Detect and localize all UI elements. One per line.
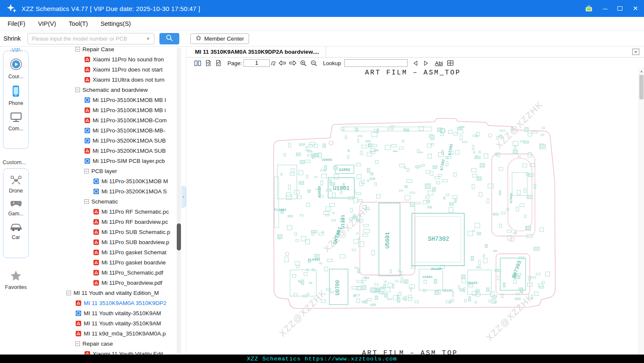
tree-item[interactable]: MI 11 3510K9AM0A 3510K9DP2 bbox=[32, 298, 183, 308]
lookup-input[interactable] bbox=[344, 59, 408, 67]
tree-item[interactable]: Mi 11Pro-SIM PCB layer.pcb bbox=[32, 156, 183, 166]
tree-item[interactable]: Xiaomi 11Pro does not start bbox=[32, 64, 183, 74]
rotate-left-icon[interactable] bbox=[204, 59, 212, 67]
tree-item[interactable]: −PCB layer bbox=[32, 166, 183, 176]
tree-item[interactable]: Mi 11Pro RF Schematic.pc bbox=[32, 206, 183, 217]
tree-item[interactable]: MI 11 Youth vitality-3510K9AM bbox=[32, 318, 183, 328]
tree-item[interactable]: −MI 11 Youth and vitality Edition_M bbox=[32, 288, 183, 298]
zoom-out-icon[interactable] bbox=[310, 59, 318, 67]
tree-item[interactable]: Mi 11Pro-35100K1MOB M bbox=[32, 176, 183, 186]
pdf-file-icon bbox=[84, 117, 90, 124]
tree-item[interactable]: Mi 11Pro_boardview.pdf bbox=[32, 278, 183, 288]
menu-item-file[interactable]: File(F) bbox=[8, 20, 25, 27]
tree-item[interactable]: Mi 11Pro-35100K1MOB MB I bbox=[32, 95, 183, 105]
tree-item[interactable]: Mi 11Pro SUB boardview.p bbox=[32, 237, 183, 247]
tree-item[interactable]: Mi 11Pro-35100K1MOB MB i bbox=[32, 105, 183, 115]
tree-item[interactable]: Mi 11Pro_Schematic.pdf bbox=[32, 267, 183, 278]
tree-item[interactable]: Mi 11Pro-35200K1MOA S bbox=[32, 186, 183, 196]
svg-text:U2003: U2003 bbox=[322, 158, 332, 162]
viewer-scrollbar[interactable]: ▲ bbox=[639, 69, 644, 355]
tree-item[interactable]: −Schematic and boardview bbox=[32, 85, 183, 95]
tree-item[interactable]: Mi 11Pro-35100K1MOB-Com bbox=[32, 115, 183, 125]
tree-item[interactable]: Mi 11Pro-35100K1MOB-MB- bbox=[32, 125, 183, 135]
rail-item-car[interactable]: Car bbox=[3, 223, 28, 240]
svg-text:FL1001: FL1001 bbox=[274, 208, 287, 212]
svg-text:U5503: U5503 bbox=[467, 281, 477, 285]
tree-item[interactable]: Xiaomi 11 Youth Vitality Edit bbox=[32, 349, 183, 355]
minimize-button[interactable]: ─ bbox=[603, 5, 608, 12]
viewer-scrollbar-thumb[interactable] bbox=[639, 75, 644, 99]
svg-text:U1301: U1301 bbox=[340, 214, 345, 228]
thumbnail-grid-icon[interactable] bbox=[446, 59, 455, 67]
scroll-up-icon[interactable]: ▲ bbox=[639, 69, 644, 73]
shrink-button[interactable]: Shrink bbox=[3, 35, 21, 42]
model-search-input[interactable] bbox=[32, 36, 144, 42]
document-tab[interactable]: MI 11 3510K9AM0A 3510K9DP2A boardview...… bbox=[186, 47, 326, 57]
tree-item[interactable]: Mi 11Pro-35200K1MOA SUB bbox=[32, 146, 183, 156]
tree-collapse-icon[interactable]: − bbox=[75, 341, 80, 346]
maximize-button[interactable] bbox=[617, 6, 622, 11]
panel-collapse-handle[interactable]: ‹ bbox=[181, 186, 186, 207]
tree-item[interactable]: Xiaomi 11Pro No sound fron bbox=[32, 54, 183, 64]
tree-item[interactable]: −Repair case bbox=[32, 338, 183, 349]
tree-scrollbar-thumb[interactable] bbox=[177, 223, 181, 250]
menu-item-settings[interactable]: Settings(S) bbox=[101, 20, 131, 27]
boardview-file-icon bbox=[84, 97, 90, 103]
tree-item[interactable]: Xiaomi 11Ultra does not turn bbox=[32, 74, 183, 85]
svg-text:SH7302: SH7302 bbox=[428, 236, 449, 242]
prev-result-icon[interactable] bbox=[411, 59, 419, 67]
tree-collapse-icon[interactable]: − bbox=[84, 169, 89, 173]
pdf-file-icon bbox=[75, 330, 82, 337]
pdf-file-icon bbox=[75, 300, 82, 306]
tree-item[interactable]: −Schematic bbox=[32, 196, 183, 206]
next-page-icon[interactable] bbox=[289, 59, 297, 67]
model-search-box[interactable]: ▼ bbox=[27, 33, 154, 44]
two-page-view-icon[interactable] bbox=[193, 59, 202, 67]
svg-text:U1001: U1001 bbox=[422, 275, 433, 279]
boardview-file-icon bbox=[84, 127, 90, 134]
menu-item-vip[interactable]: VIP(V) bbox=[38, 20, 56, 27]
close-button[interactable]: ✕ bbox=[633, 5, 638, 12]
search-button[interactable] bbox=[159, 33, 179, 44]
svg-text:U2002: U2002 bbox=[339, 168, 350, 172]
member-center-button[interactable]: Member Center bbox=[190, 33, 249, 44]
page-total: /2 bbox=[271, 60, 276, 66]
tree-item[interactable]: −Repair Case bbox=[32, 47, 183, 54]
rail-item-drone[interactable]: Drone bbox=[3, 175, 28, 194]
zoom-in-icon[interactable] bbox=[299, 59, 308, 67]
pdf-file-icon bbox=[93, 209, 99, 215]
pdf-file-icon bbox=[93, 259, 99, 266]
tree-item[interactable]: Mi 11Pro-35200K1MOA SUB bbox=[32, 135, 183, 146]
tree-item[interactable]: Mi 11Pro gasket boardvie bbox=[32, 257, 183, 267]
tree-scrollbar[interactable] bbox=[177, 47, 181, 354]
license-icon[interactable] bbox=[585, 5, 593, 12]
rail-item-phone[interactable]: Phone bbox=[3, 85, 28, 106]
pdf-viewer[interactable]: ART FILM – ASM_TOP XZZ@XZZHKXZZ@XZZHKXZZ… bbox=[186, 69, 644, 355]
tree-item[interactable]: Mi 11Pro RF boardview.pc bbox=[32, 217, 183, 227]
rail-item-favorites[interactable]: Favorites bbox=[0, 270, 32, 290]
close-document-icon[interactable]: ✕ bbox=[632, 49, 639, 55]
menu-item-tool[interactable]: Tool(T) bbox=[69, 20, 88, 27]
rail-item-courses[interactable]: Cour... bbox=[3, 58, 28, 80]
rail-item-game[interactable]: Gam... bbox=[3, 200, 28, 217]
next-result-icon[interactable] bbox=[422, 59, 430, 67]
chevron-down-icon[interactable]: ▼ bbox=[146, 36, 150, 41]
file-tree-panel: −Repair CaseXiaomi 11Pro No sound fronXi… bbox=[32, 47, 183, 355]
tree-collapse-icon[interactable]: − bbox=[84, 199, 89, 204]
text-select-tool[interactable]: Abi bbox=[435, 60, 443, 66]
page-number-input[interactable] bbox=[244, 59, 270, 67]
tree-item[interactable]: MI 11 Youth vitality-3510K9AM bbox=[32, 308, 183, 318]
rail-item-computer[interactable]: Com... bbox=[3, 112, 28, 132]
tree-item[interactable]: MI 11 k9d_m0a_3510K9AM0A.p bbox=[32, 328, 183, 338]
svg-text:U5100: U5100 bbox=[431, 267, 441, 271]
left-icon-rail: -VIP- Cour... Phone Com... Custom... bbox=[0, 47, 32, 355]
boardview-file-icon bbox=[93, 178, 99, 184]
prev-page-icon[interactable] bbox=[278, 59, 287, 67]
tree-collapse-icon[interactable]: − bbox=[75, 88, 80, 92]
tree-collapse-icon[interactable]: − bbox=[66, 291, 71, 295]
rotate-right-icon[interactable] bbox=[214, 59, 223, 67]
tree-collapse-icon[interactable]: − bbox=[75, 47, 80, 52]
tree-item[interactable]: Mi 11Pro SUB Schematic.p bbox=[32, 227, 183, 237]
pdf-file-icon bbox=[93, 280, 99, 286]
tree-item[interactable]: Mi 11Pro gasket Schemat bbox=[32, 247, 183, 257]
